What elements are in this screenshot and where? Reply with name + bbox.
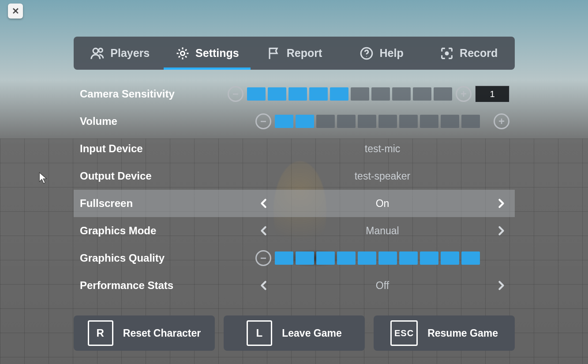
leave-game-button[interactable]: L Leave Game [224, 315, 365, 351]
tab-report[interactable]: Report [251, 37, 338, 70]
footer-bar: R Reset Character L Leave Game ESC Resum… [74, 315, 515, 351]
tab-players[interactable]: Players [76, 37, 164, 70]
reset-character-button[interactable]: R Reset Character [74, 315, 215, 351]
tab-record-label: Record [460, 47, 498, 60]
tab-bar: Players Settings Report Help Record [74, 37, 515, 70]
slider-segment [441, 115, 459, 128]
output-device-label: Output Device [79, 170, 255, 182]
slider-segment [268, 87, 286, 101]
slider-segment [461, 115, 480, 128]
camera-sensitivity-slider[interactable] [247, 87, 452, 101]
row-output-device: Output Device test-speaker [74, 162, 515, 190]
flag-icon [266, 46, 281, 61]
slider-segment [371, 87, 390, 101]
slider-segment [316, 115, 335, 128]
slider-segment [309, 87, 328, 101]
slider-segment [316, 251, 335, 265]
volume-plus-button[interactable]: + [494, 113, 509, 129]
graphics-mode-next-button[interactable] [493, 222, 509, 239]
slider-segment [330, 87, 348, 101]
row-camera-sensitivity: Camera Sensitivity − + 1 [74, 80, 515, 108]
graphics-mode-label: Graphics Mode [79, 225, 255, 237]
slider-segment [378, 115, 397, 128]
fullscreen-value: On [272, 198, 493, 210]
tab-players-label: Players [110, 47, 150, 60]
keycap-l: L [247, 320, 272, 346]
slider-segment [275, 251, 293, 265]
settings-panel: Camera Sensitivity − + 1 Volume − + Inpu… [74, 75, 515, 309]
slider-segment [413, 87, 431, 101]
svg-point-4 [367, 56, 367, 57]
fullscreen-label: Fullscreen [79, 197, 255, 210]
row-fullscreen[interactable]: Fullscreen On [74, 190, 515, 217]
slider-segment [337, 115, 356, 128]
fullscreen-prev-button[interactable] [255, 195, 272, 212]
reset-character-label: Reset Character [123, 327, 201, 339]
camera-sensitivity-value-box[interactable]: 1 [475, 86, 509, 102]
volume-minus-button[interactable]: − [255, 113, 271, 129]
row-performance-stats: Performance Stats Off [74, 272, 515, 299]
row-graphics-mode: Graphics Mode Manual [74, 217, 515, 244]
svg-point-5 [445, 51, 449, 55]
players-icon [90, 46, 105, 61]
slider-segment [461, 251, 480, 265]
slider-segment [296, 251, 314, 265]
tab-help[interactable]: Help [338, 37, 425, 70]
close-button[interactable]: ✕ [8, 4, 23, 19]
graphics-quality-slider[interactable] [275, 251, 509, 265]
slider-segment [420, 115, 438, 128]
slider-segment [275, 115, 293, 128]
slider-segment [434, 87, 452, 101]
keycap-r: R [88, 320, 113, 346]
slider-segment [296, 115, 314, 128]
resume-game-button[interactable]: ESC Resume Game [374, 315, 515, 351]
performance-stats-prev-button[interactable] [255, 277, 272, 294]
slider-segment [378, 251, 397, 265]
slider-segment [247, 87, 266, 101]
row-input-device: Input Device test-mic [74, 135, 515, 162]
graphics-mode-value: Manual [272, 225, 493, 237]
camera-sensitivity-label: Camera Sensitivity [79, 88, 228, 100]
performance-stats-next-button[interactable] [493, 277, 509, 294]
performance-stats-label: Performance Stats [79, 279, 255, 292]
slider-segment [420, 251, 438, 265]
slider-segment [337, 251, 356, 265]
slider-segment [358, 251, 376, 265]
slider-segment [351, 87, 369, 101]
fullscreen-next-button[interactable] [493, 195, 509, 212]
graphics-quality-label: Graphics Quality [79, 252, 255, 264]
input-device-label: Input Device [79, 143, 255, 155]
input-device-value: test-mic [255, 143, 509, 155]
record-icon [439, 46, 454, 61]
svg-point-2 [181, 51, 185, 55]
volume-label: Volume [79, 115, 255, 128]
camera-sensitivity-minus-button[interactable]: − [228, 86, 243, 102]
slider-segment [288, 87, 307, 101]
volume-slider[interactable] [275, 115, 490, 128]
tab-report-label: Report [287, 47, 322, 60]
help-icon [359, 46, 374, 61]
tab-settings[interactable]: Settings [164, 37, 251, 70]
graphics-quality-minus-button[interactable]: − [255, 250, 271, 266]
gear-icon [175, 46, 190, 61]
slider-segment [392, 87, 411, 101]
svg-point-1 [99, 48, 103, 52]
row-graphics-quality: Graphics Quality − [74, 244, 515, 272]
output-device-value: test-speaker [255, 170, 509, 182]
tab-record[interactable]: Record [425, 37, 512, 70]
slider-segment [441, 251, 459, 265]
slider-segment [399, 115, 418, 128]
leave-game-label: Leave Game [282, 327, 342, 339]
slider-segment [399, 251, 418, 265]
svg-point-0 [93, 48, 98, 53]
keycap-esc: ESC [390, 320, 418, 346]
tab-settings-label: Settings [195, 47, 239, 60]
resume-game-label: Resume Game [427, 327, 498, 339]
row-volume: Volume − + [74, 108, 515, 135]
camera-sensitivity-plus-button[interactable]: + [456, 86, 472, 102]
slider-segment [358, 115, 376, 128]
tab-help-label: Help [379, 47, 403, 60]
close-icon: ✕ [12, 6, 19, 16]
graphics-mode-prev-button[interactable] [255, 222, 272, 239]
performance-stats-value: Off [272, 280, 493, 292]
